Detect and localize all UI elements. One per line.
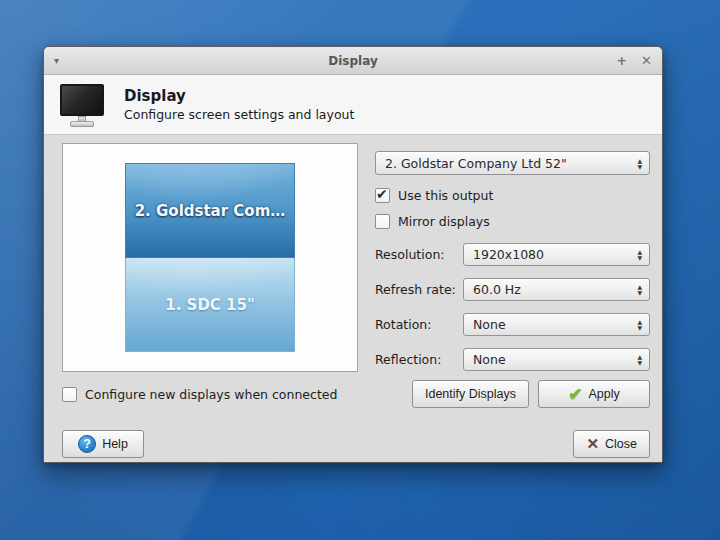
monitor-label: 1. SDC 15" — [165, 296, 255, 314]
spinner-down-icon: ▼ — [637, 360, 642, 365]
close-button[interactable]: ✕ Close — [573, 430, 650, 458]
checkmark-icon: ✔ — [376, 186, 388, 202]
combo-spinner: ▲ ▼ — [631, 158, 642, 169]
monitor-gloss — [125, 163, 295, 201]
help-label: Help — [102, 437, 128, 451]
apply-button[interactable]: ✔ Apply — [538, 380, 650, 408]
monitor-gloss — [125, 258, 295, 295]
spinner-up-icon: ▲ — [637, 158, 642, 163]
rotation-label: Rotation: — [375, 317, 463, 332]
use-output-checkbox[interactable]: ✔ — [375, 188, 390, 203]
page-title: Display — [124, 87, 354, 105]
output-select-value: 2. Goldstar Company Ltd 52" — [385, 156, 631, 171]
refresh-rate-value: 60.0 Hz — [473, 282, 631, 297]
use-output-row: ✔ Use this output — [375, 188, 650, 203]
spinner-down-icon: ▼ — [637, 290, 642, 295]
maximize-icon[interactable]: + — [616, 54, 627, 67]
rotation-select[interactable]: None ▲ ▼ — [463, 313, 650, 336]
apply-label: Apply — [588, 387, 619, 401]
configure-new-checkbox[interactable]: ✔ — [62, 387, 77, 402]
resolution-label: Resolution: — [375, 247, 463, 262]
help-button[interactable]: ? Help — [62, 430, 144, 458]
dialog-header: Display Configure screen settings and la… — [44, 75, 662, 135]
monitor-preview-goldstar[interactable]: 2. Goldstar Com… — [125, 163, 295, 258]
monitor-preview-sdc[interactable]: 1. SDC 15" — [125, 258, 295, 352]
identify-displays-label: Identify Displays — [425, 387, 516, 401]
monitor-label: 2. Goldstar Com… — [135, 202, 286, 220]
monitor-layout-preview: 2. Goldstar Com… 1. SDC 15" — [62, 143, 358, 372]
settings-grid: Resolution: 1920x1080 ▲ ▼ Refresh rate: … — [375, 243, 650, 371]
combo-spinner: ▲ ▼ — [631, 319, 642, 330]
titlebar[interactable]: ▾ Display + ✕ — [44, 47, 662, 75]
close-x-icon: ✕ — [586, 435, 599, 453]
spinner-down-icon: ▼ — [637, 164, 642, 169]
dialog-content: 2. Goldstar Com… 1. SDC 15" 2. Goldstar … — [44, 135, 662, 463]
combo-spinner: ▲ ▼ — [631, 284, 642, 295]
display-icon — [58, 82, 106, 128]
desktop-wallpaper: ▾ Display + ✕ Display Configure screen s… — [0, 0, 720, 540]
page-subtitle: Configure screen settings and layout — [124, 107, 354, 122]
help-icon: ? — [78, 435, 96, 453]
configure-new-label: Configure new displays when connected — [85, 387, 337, 402]
rotation-value: None — [473, 317, 631, 332]
mirror-displays-label: Mirror displays — [398, 214, 490, 229]
reflection-label: Reflection: — [375, 352, 463, 367]
use-output-label: Use this output — [398, 188, 493, 203]
display-settings-window: ▾ Display + ✕ Display Configure screen s… — [43, 46, 663, 463]
resolution-select[interactable]: 1920x1080 ▲ ▼ — [463, 243, 650, 266]
output-select[interactable]: 2. Goldstar Company Ltd 52" ▲ ▼ — [375, 151, 650, 175]
window-title: Display — [44, 54, 662, 68]
footer-row: ? Help ✕ Close — [62, 430, 650, 458]
reflection-value: None — [473, 352, 631, 367]
spinner-down-icon: ▼ — [637, 325, 642, 330]
mirror-displays-row: ✔ Mirror displays — [375, 214, 650, 229]
combo-spinner: ▲ ▼ — [631, 354, 642, 365]
spinner-down-icon: ▼ — [637, 255, 642, 260]
window-close-icon[interactable]: ✕ — [641, 54, 652, 67]
actions-row: ✔ Configure new displays when connected … — [62, 380, 650, 408]
resolution-value: 1920x1080 — [473, 247, 631, 262]
refresh-rate-select[interactable]: 60.0 Hz ▲ ▼ — [463, 278, 650, 301]
refresh-rate-label: Refresh rate: — [375, 282, 463, 297]
combo-spinner: ▲ ▼ — [631, 249, 642, 260]
mirror-displays-checkbox[interactable]: ✔ — [375, 214, 390, 229]
configure-new-row: ✔ Configure new displays when connected — [62, 387, 337, 402]
close-label: Close — [605, 437, 637, 451]
apply-check-icon: ✔ — [568, 384, 582, 405]
settings-panel: 2. Goldstar Company Ltd 52" ▲ ▼ ✔ Use th… — [375, 143, 650, 372]
reflection-select[interactable]: None ▲ ▼ — [463, 348, 650, 371]
identify-displays-button[interactable]: Identify Displays — [412, 380, 529, 408]
